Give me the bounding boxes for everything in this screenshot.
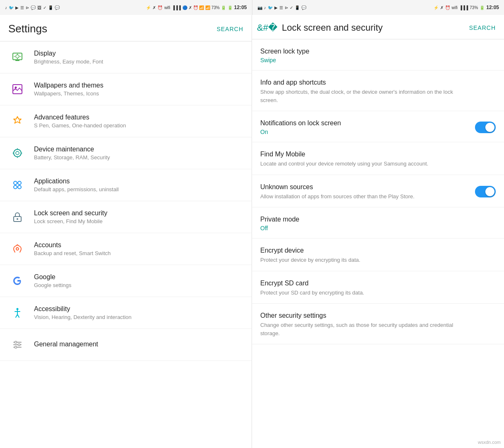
unknown-sources-toggle[interactable]	[475, 186, 496, 197]
svg-point-18	[15, 341, 17, 343]
right-clock: 12:05	[486, 5, 499, 10]
signal-icon: ▐▐▐	[172, 5, 181, 10]
accessibility-subtitle: Vision, Hearing, Dexterity and interacti…	[34, 314, 243, 320]
chat-icon2: 💬	[301, 5, 306, 10]
svg-point-10	[18, 185, 21, 189]
device-title: Device maintenance	[34, 146, 243, 153]
left-notification-icons: ♪ 🐦 ▶ ☰ ⊳ 💬 🖼 ✓ 📱 💬	[5, 5, 60, 10]
svg-point-2	[16, 55, 19, 58]
info-shortcuts-desc: Show app shortcuts, the dual clock, or t…	[260, 88, 496, 104]
security-item-find-mobile[interactable]: Find My Mobile Locate and control your d…	[252, 142, 504, 175]
signal-icon2: ▐▐▐	[459, 5, 468, 10]
settings-item-applications[interactable]: Applications Default apps, permissions, …	[0, 169, 252, 201]
svg-point-5	[14, 149, 21, 157]
camera-icon: 📷	[257, 5, 262, 10]
twitter-icon: 🐦	[9, 5, 14, 10]
music-icon: ♪	[5, 5, 7, 10]
settings-item-wallpapers[interactable]: Wallpapers and themes Wallpapers, Themes…	[0, 73, 252, 105]
settings-item-lockscreen[interactable]: Lock screen and security Lock screen, Fi…	[0, 201, 252, 233]
security-panel: &#� Lock screen and security SEARCH Scre…	[252, 15, 504, 448]
general-title: General management	[34, 341, 243, 348]
security-settings-list: Screen lock type Swipe Info and app shor…	[252, 39, 504, 448]
phone-icon: 📱	[48, 5, 53, 10]
encrypt-device-desc: Protect your device by encrypting its da…	[260, 256, 496, 264]
applications-text: Applications Default apps, permissions, …	[34, 178, 243, 192]
find-mobile-title: Find My Mobile	[260, 151, 496, 158]
security-item-notifications[interactable]: Notifications on lock screen On	[252, 111, 504, 142]
security-item-encrypt-device[interactable]: Encrypt device Protect your device by en…	[252, 239, 504, 271]
info-shortcuts-title: Info and app shortcuts	[260, 79, 496, 86]
private-mode-value: Off	[260, 225, 496, 231]
settings-item-accounts[interactable]: Accounts Backup and reset, Smart Switch	[0, 233, 252, 265]
notifications-left: Notifications on lock screen On	[260, 119, 341, 135]
battery-icon2: 🔋	[480, 5, 485, 10]
accounts-text: Accounts Backup and reset, Smart Switch	[34, 241, 243, 256]
wallpapers-text: Wallpapers and themes Wallpapers, Themes…	[34, 82, 243, 97]
private-mode-title: Private mode	[260, 216, 496, 223]
security-header: &#� Lock screen and security SEARCH	[252, 15, 504, 39]
settings-item-general[interactable]: General management	[0, 329, 252, 361]
screen-lock-value: Swipe	[260, 57, 496, 63]
device-text: Device maintenance Battery, Storage, RAM…	[34, 146, 243, 161]
left-system-icons: ⚡ ✗ ⏰ wifi ▐▐▐ 🔵 ✗ ⏰ 📶 📶 73% 🔋 🔋 12:05	[146, 5, 247, 10]
youtube-icon: ▶	[15, 5, 19, 10]
check-icon2: ✓	[290, 5, 293, 10]
display-text: Display Brightness, Easy mode, Font	[34, 50, 243, 65]
right-status-bar: 📷 ♪ 🐦 ▶ ☰ ⊳ ✓ 📱 💬 ⚡ ✗ ⏰ wifi ▐▐▐ 73% 🔋 1…	[252, 0, 504, 15]
display-title: Display	[34, 50, 243, 57]
google-subtitle: Google settings	[34, 282, 243, 288]
back-button[interactable]: &#�	[257, 23, 278, 32]
accounts-title: Accounts	[34, 241, 243, 249]
svg-point-12	[17, 218, 18, 220]
screen-lock-title: Screen lock type	[260, 48, 496, 55]
status-bar: ♪ 🐦 ▶ ☰ ⊳ 💬 🖼 ✓ 📱 💬 ⚡ ✗ ⏰ wifi ▐▐▐ 🔵 ✗ ⏰…	[0, 0, 504, 15]
security-item-other[interactable]: Other security settings Change other sec…	[252, 304, 504, 344]
settings-item-display[interactable]: Display Brightness, Easy mode, Font	[0, 41, 252, 73]
lockscreen-text: Lock screen and security Lock screen, Fi…	[34, 209, 243, 224]
svg-point-6	[16, 151, 19, 155]
notifications-toggle-thumb	[485, 123, 494, 132]
security-item-private-mode[interactable]: Private mode Off	[252, 207, 504, 239]
security-search-button[interactable]: SEARCH	[469, 24, 496, 31]
security-title: Lock screen and security	[282, 22, 469, 33]
alarm-icon2: ⏰	[445, 5, 450, 10]
settings-list: Display Brightness, Easy mode, Font Wall…	[0, 41, 252, 448]
device-subtitle: Battery, Storage, RAM, Security	[34, 154, 243, 161]
notifications-toggle[interactable]	[475, 122, 496, 133]
watermark: wsxdn.com	[478, 440, 501, 445]
left-status-bar: ♪ 🐦 ▶ ☰ ⊳ 💬 🖼 ✓ 📱 💬 ⚡ ✗ ⏰ wifi ▐▐▐ 🔵 ✗ ⏰…	[0, 0, 252, 15]
chat-icon: 💬	[55, 5, 60, 10]
settings-search-button[interactable]: SEARCH	[217, 26, 243, 32]
unknown-sources-desc: Allow installation of apps from sources …	[260, 192, 414, 201]
list-icon: ☰	[20, 5, 24, 10]
device-icon	[8, 144, 27, 162]
accounts-icon	[8, 240, 27, 258]
applications-subtitle: Default apps, permissions, uninstall	[34, 186, 243, 192]
settings-item-device[interactable]: Device maintenance Battery, Storage, RAM…	[0, 137, 252, 169]
settings-item-google[interactable]: Google Google settings	[0, 265, 252, 297]
google-icon	[8, 272, 27, 290]
main-content: Settings SEARCH Display Brightness, Easy…	[0, 15, 504, 448]
applications-icon	[8, 176, 27, 194]
advanced-title: Advanced features	[34, 114, 243, 121]
advanced-text: Advanced features S Pen, Games, One-hand…	[34, 114, 243, 129]
security-item-screen-lock[interactable]: Screen lock type Swipe	[252, 39, 504, 71]
wifi-icon2: wifi	[452, 5, 458, 10]
unknown-sources-left: Unknown sources Allow installation of ap…	[260, 183, 414, 201]
settings-item-accessibility[interactable]: Accessibility Vision, Hearing, Dexterity…	[0, 297, 252, 329]
notifications-header-row: Notifications on lock screen On	[260, 119, 496, 135]
svg-point-4	[15, 87, 17, 89]
svg-point-9	[14, 185, 17, 189]
bluetooth-icon: ⚡	[146, 5, 151, 10]
security-item-unknown-sources[interactable]: Unknown sources Allow installation of ap…	[252, 175, 504, 208]
lockscreen-icon	[8, 208, 27, 226]
forward-icon: ⊳	[26, 5, 29, 10]
security-item-info-shortcuts[interactable]: Info and app shortcuts Show app shortcut…	[252, 71, 504, 111]
wallpapers-icon	[8, 80, 27, 98]
security-item-encrypt-sd[interactable]: Encrypt SD card Protect your SD card by …	[252, 271, 504, 304]
svg-point-8	[18, 181, 21, 185]
music-icon2: ♪	[264, 5, 266, 10]
unknown-sources-header-row: Unknown sources Allow installation of ap…	[260, 183, 496, 201]
settings-item-advanced[interactable]: Advanced features S Pen, Games, One-hand…	[0, 105, 252, 137]
phone-icon2: 📱	[295, 5, 300, 10]
